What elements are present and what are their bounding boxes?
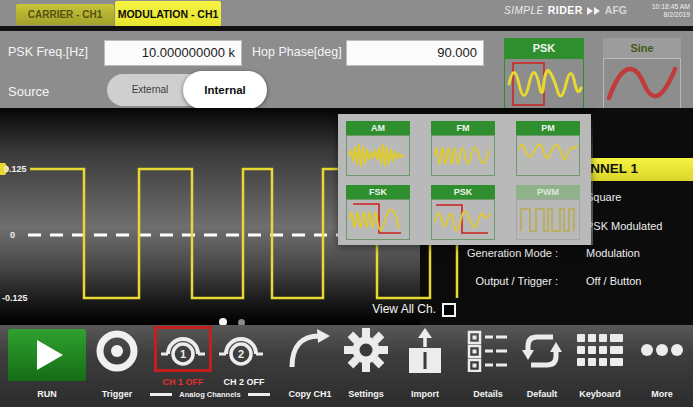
channel-panel xyxy=(593,108,693,325)
copy-ch1-button[interactable] xyxy=(286,329,334,373)
clock-date: 8/2/2019 xyxy=(640,11,690,19)
keyboard-label: Keyboard xyxy=(572,389,628,399)
phase-input[interactable]: 90.000 xyxy=(346,40,484,66)
source-option-internal[interactable]: Internal xyxy=(183,71,267,109)
source-label: Source xyxy=(8,84,49,99)
panel-modulation-value: PSK Modulated xyxy=(586,220,662,232)
brand-simple: SIMPLE xyxy=(504,5,544,16)
fm-waveform-icon xyxy=(432,136,494,175)
psk-small-waveform-icon xyxy=(432,200,494,239)
trigger-label: Trigger xyxy=(94,389,140,399)
panel-waveform-value: Square xyxy=(586,191,621,203)
popup-tile-am[interactable]: AM xyxy=(346,121,410,176)
details-button[interactable] xyxy=(466,330,510,372)
popup-tile-pm[interactable]: PM xyxy=(516,121,580,176)
y-axis-label-bottom: -0.125 xyxy=(2,293,28,303)
analog-channels-dash-right xyxy=(248,393,270,396)
popup-tile-fsk[interactable]: FSK xyxy=(346,185,410,240)
more-button[interactable] xyxy=(640,342,684,358)
ch2-knob-button[interactable]: 2 xyxy=(217,328,265,370)
trigger-button[interactable] xyxy=(94,328,140,374)
popup-tile-pwm-label: PWM xyxy=(516,185,580,199)
pwm-waveform-icon xyxy=(517,200,579,239)
popup-tile-fm[interactable]: FM xyxy=(431,121,495,176)
clock: 10:18:45 AM 8/2/2019 xyxy=(640,3,690,19)
ch1-off-label: CH 1 OFF xyxy=(146,377,220,387)
shape-button-label: Sine xyxy=(603,38,681,58)
afg-app-window: CARRIER - CH1 MODULATION - CH1 SIMPLE RI… xyxy=(0,0,693,407)
keyboard-button[interactable] xyxy=(576,333,624,369)
sine-waveform-icon xyxy=(604,59,680,109)
ch1-knob-button[interactable]: 1 xyxy=(159,328,207,370)
freq-label: PSK Freq.[Hz] xyxy=(8,45,88,59)
brand-rider: RIDER xyxy=(548,4,583,16)
run-label: RUN xyxy=(8,389,86,399)
brand-arrows-icon xyxy=(587,1,601,19)
tab-carrier-ch1[interactable]: CARRIER - CH1 xyxy=(16,4,114,25)
modulation-type-label: PSK xyxy=(504,38,584,58)
settings-label: Settings xyxy=(340,389,392,399)
view-all-channels-label: View All Ch. xyxy=(356,302,436,316)
panel-output-trigger-value: Off / Button xyxy=(586,275,641,287)
popup-tile-pm-label: PM xyxy=(516,121,580,135)
default-button[interactable] xyxy=(521,330,563,372)
gear-icon xyxy=(344,328,388,372)
import-label: Import xyxy=(400,389,450,399)
svg-text:1: 1 xyxy=(180,348,186,360)
svg-text:2: 2 xyxy=(238,348,244,360)
source-toggle: External Internal xyxy=(107,74,265,106)
modulation-type-button[interactable]: PSK xyxy=(504,38,584,110)
brand-afg: AFG xyxy=(605,4,627,16)
more-label: More xyxy=(636,389,688,399)
shape-button[interactable]: Sine xyxy=(603,38,681,110)
view-all-channels-checkbox[interactable] xyxy=(442,303,456,317)
modulation-popup: AM FM PM FSK xyxy=(338,114,591,245)
am-waveform-icon xyxy=(347,136,409,175)
play-icon xyxy=(37,340,63,370)
settings-button[interactable] xyxy=(343,327,389,373)
brand-logo: SIMPLE RIDER AFG xyxy=(504,4,627,16)
import-button[interactable] xyxy=(405,328,445,374)
tab-modulation-ch1[interactable]: MODULATION - CH1 xyxy=(115,1,221,26)
y-axis-label-mid: 0 xyxy=(10,230,15,240)
panel-generation-mode-value: Modulation xyxy=(586,247,640,259)
keypad-icon xyxy=(577,334,623,366)
popup-tile-psk-label: PSK xyxy=(431,185,495,199)
pm-waveform-icon xyxy=(517,136,579,175)
source-option-external[interactable]: External xyxy=(107,74,193,106)
header-separator xyxy=(0,26,693,31)
details-label: Details xyxy=(462,389,514,399)
popup-tile-fsk-label: FSK xyxy=(346,185,410,199)
freq-input[interactable]: 10.000000000 k xyxy=(104,40,242,66)
popup-tile-fm-label: FM xyxy=(431,121,495,135)
analog-channels-dash-left xyxy=(150,393,172,396)
fsk-waveform-icon xyxy=(347,200,409,239)
run-button[interactable] xyxy=(8,329,86,381)
panel-generation-mode-label: Generation Mode : xyxy=(408,247,558,259)
y-axis-label-top: 0.125 xyxy=(4,164,27,174)
copy-ch1-label: Copy CH1 xyxy=(280,389,340,399)
clock-time: 10:18:45 AM xyxy=(640,3,690,11)
analog-channels-label: Analog Channels xyxy=(178,390,242,399)
panel-output-trigger-label: Output / Trigger : xyxy=(408,275,558,287)
ellipsis-icon xyxy=(641,344,683,356)
popup-tile-psk[interactable]: PSK xyxy=(431,185,495,240)
popup-tile-am-label: AM xyxy=(346,121,410,135)
ch2-off-label: CH 2 OFF xyxy=(212,377,276,387)
psk-waveform-icon xyxy=(505,59,583,109)
phase-label: Hop Phase[deg] xyxy=(252,45,342,59)
popup-tile-pwm[interactable]: PWM xyxy=(516,185,580,240)
default-label: Default xyxy=(517,389,567,399)
